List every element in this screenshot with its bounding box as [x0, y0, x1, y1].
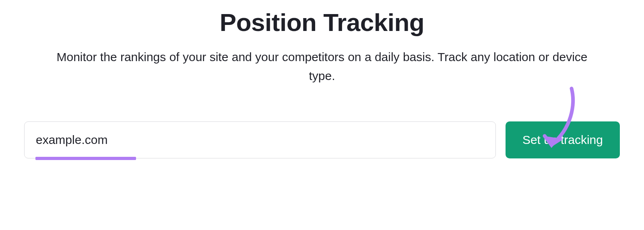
domain-input[interactable]: [24, 121, 496, 158]
page-subtitle: Monitor the rankings of your site and yo…: [50, 48, 594, 85]
setup-tracking-button[interactable]: Set up tracking: [506, 121, 620, 158]
setup-form: Set up tracking: [24, 121, 620, 158]
input-highlight-underline: [35, 157, 136, 160]
page-title: Position Tracking: [220, 8, 424, 37]
